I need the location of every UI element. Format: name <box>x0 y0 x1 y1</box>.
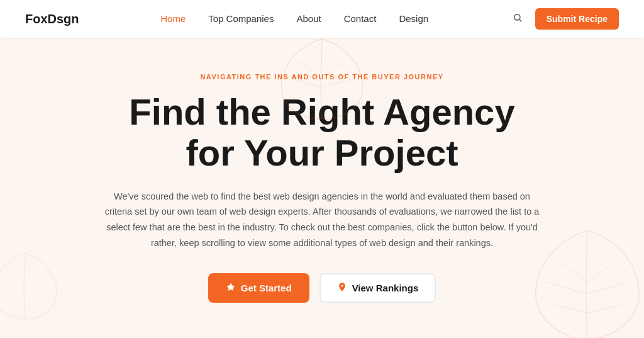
hero-title: Find the Right Agency for Your Project <box>129 92 514 174</box>
nav-link-top-companies[interactable]: Top Companies <box>208 13 274 24</box>
submit-recipe-button[interactable]: Submit Recipe <box>535 8 619 30</box>
nav-link-about[interactable]: About <box>296 13 321 24</box>
view-rankings-label: View Rankings <box>352 283 419 293</box>
hero-title-line1: Find the Right Agency <box>129 91 514 132</box>
get-started-label: Get Started <box>241 283 292 293</box>
hero-section: NAVIGATING THE INS AND OUTS OF THE BUYER… <box>0 38 644 338</box>
brand-logo: FoxDsgn <box>25 12 79 26</box>
view-rankings-button[interactable]: View Rankings <box>319 273 436 303</box>
nav-actions: Submit Recipe <box>510 8 619 30</box>
hero-description: We've scoured the web to find the best w… <box>102 189 542 251</box>
pin-icon <box>337 282 347 294</box>
navbar: FoxDsgn Home Top Companies About Contact… <box>0 0 644 38</box>
hero-eyebrow: NAVIGATING THE INS AND OUTS OF THE BUYER… <box>200 73 443 81</box>
svg-marker-2 <box>226 283 235 291</box>
svg-line-1 <box>519 20 521 21</box>
nav-link-contact[interactable]: Contact <box>344 13 377 24</box>
search-button[interactable] <box>510 10 525 28</box>
nav-link-design[interactable]: Design <box>399 13 428 24</box>
hero-title-line2: for Your Project <box>186 132 458 173</box>
star-icon <box>226 282 236 294</box>
nav-link-home[interactable]: Home <box>160 13 186 24</box>
get-started-button[interactable]: Get Started <box>208 273 309 303</box>
leaf-decoration-bottom-left <box>0 250 63 325</box>
hero-cta-group: Get Started View Rankings <box>208 273 436 303</box>
search-icon <box>513 14 523 25</box>
leaf-decoration-bottom-right <box>525 225 644 338</box>
